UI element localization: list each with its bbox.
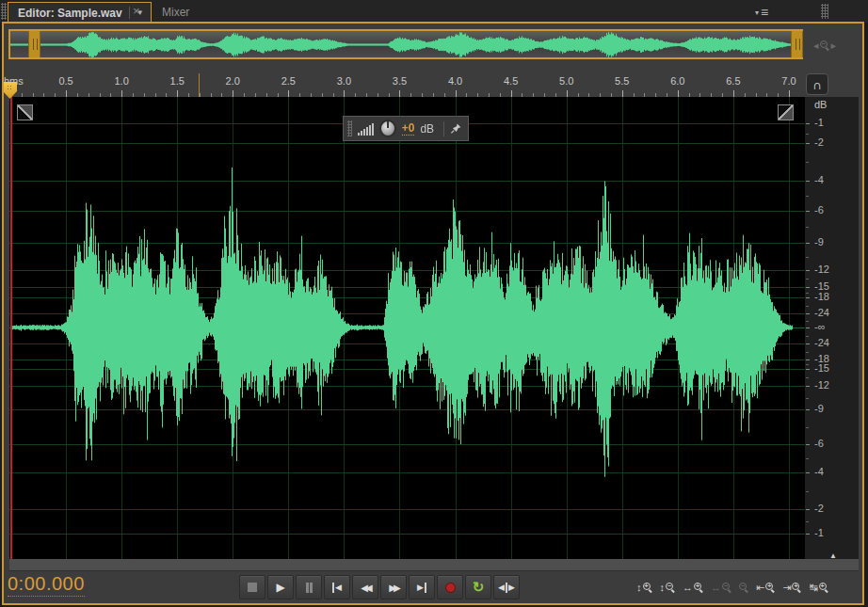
zoom-arrow-icon: ↕: [660, 582, 666, 593]
ruler-tick-minor: [778, 93, 779, 97]
ruler-tick-minor: [699, 93, 700, 97]
overview-waveform: [10, 31, 801, 57]
ruler-tick-minor: [544, 93, 545, 97]
zoom-out-vertical-button[interactable]: ↕−: [660, 577, 677, 598]
gain-knob[interactable]: [379, 120, 396, 137]
zoom-out-horizontal-button[interactable]: ↔−: [711, 577, 732, 598]
overview-right-handle[interactable]: [791, 31, 803, 57]
horizontal-scroll-strip[interactable]: [9, 559, 859, 571]
ruler-tick-minor: [444, 93, 445, 97]
move-cti-next-button[interactable]: ▶: [409, 575, 435, 599]
pin-icon[interactable]: [450, 122, 462, 135]
ruler-tick-minor: [211, 93, 212, 97]
move-cti-previous-button[interactable]: ◀: [324, 575, 350, 599]
overview-zoom-out-icon[interactable]: ◂ − ▸: [813, 35, 836, 56]
ruler-tick-major: [789, 90, 790, 97]
record-button[interactable]: [437, 575, 463, 599]
zoom-in-vertical-button[interactable]: ↕+: [636, 577, 653, 598]
ruler-tick-label: 5.0: [550, 75, 584, 87]
fast-forward-button[interactable]: ▶▶: [380, 575, 407, 599]
db-scale-tick-minor: [806, 134, 809, 135]
ruler-tick-minor: [745, 93, 746, 97]
gain-unit-label: dB: [420, 122, 434, 136]
loop-icon: ↻: [473, 579, 485, 596]
panel-grip[interactable]: [821, 4, 828, 19]
db-scale-label: -1: [814, 117, 824, 128]
db-scale-label: -24: [814, 307, 829, 318]
time-display[interactable]: 0:00.000: [8, 573, 85, 597]
ruler-tick-minor: [155, 93, 156, 97]
gain-value[interactable]: +0: [402, 121, 415, 136]
ruler-tick-major: [344, 90, 345, 97]
play-button[interactable]: ▶: [267, 575, 294, 599]
close-icon[interactable]: ×: [133, 4, 140, 18]
ruler-tick-minor: [322, 93, 323, 97]
ruler-tick-major: [733, 90, 734, 97]
volume-hud[interactable]: +0 dB: [343, 116, 469, 141]
stop-button[interactable]: [239, 575, 265, 599]
next-icon: ▶: [417, 583, 424, 592]
db-scale-label: -4: [814, 174, 824, 185]
panel-drag-grip[interactable]: [1, 3, 7, 20]
rewind-button[interactable]: ◀◀: [352, 575, 378, 599]
tab-bar: Editor: Sample.wav ▼ × Mixer ▾ ≡: [0, 0, 868, 23]
panel-menu-button[interactable]: ▾ ≡: [755, 5, 767, 20]
db-scale-label: -9: [814, 403, 824, 414]
magnifier-icon: +: [694, 583, 704, 593]
db-scale-tick: [806, 369, 810, 370]
zoom-arrow-icon: ↕: [636, 582, 642, 593]
zoom-arrow-icon: ↔: [683, 582, 693, 593]
tab-mixer[interactable]: Mixer: [147, 2, 204, 23]
db-scale-tick: [806, 359, 810, 360]
ruler-tick-label: 3.5: [382, 75, 416, 87]
db-scale-tick-minor: [806, 364, 809, 365]
tab-editor[interactable]: Editor: Sample.wav ▼: [8, 2, 152, 23]
overview-range-bar[interactable]: [8, 29, 803, 59]
ruler-tick-minor: [766, 93, 767, 97]
ruler-tick-minor: [311, 93, 312, 97]
snap-toggle-button[interactable]: ∩: [806, 73, 828, 95]
loop-playback-button[interactable]: ↻: [465, 575, 491, 599]
db-scale-tick-minor: [806, 279, 809, 280]
zoom-out-point-button[interactable]: ⇥+: [782, 577, 802, 598]
ruler-tick-minor: [410, 93, 411, 97]
db-scale-tick-minor: [806, 162, 809, 163]
fade-in-handle[interactable]: [17, 104, 33, 120]
pause-icon: [310, 583, 313, 593]
fade-out-handle[interactable]: [778, 104, 794, 120]
ruler-tick-minor: [600, 93, 601, 97]
db-scale-tick-minor: [806, 306, 809, 307]
skip-selection-button[interactable]: ◀▶: [493, 575, 520, 599]
pause-button[interactable]: [296, 575, 322, 599]
db-scale-label: -2: [814, 503, 824, 514]
db-scale-label: -4: [814, 466, 824, 477]
zoom-in-point-button[interactable]: ⇤+: [756, 577, 776, 598]
zoom-selection-button[interactable]: ↹+: [809, 577, 828, 598]
ruler-tick-minor: [433, 93, 434, 97]
tab-mixer-label: Mixer: [162, 6, 189, 19]
db-scale[interactable]: dB ▲ -1-2-4-6-9-12-15-18-24-∞-24-18-15-1…: [805, 97, 859, 559]
hud-drag-grip[interactable]: [347, 120, 352, 136]
db-scale-tick: [806, 327, 810, 328]
db-scale-tick: [806, 343, 810, 344]
ruler-tick-minor: [188, 93, 189, 97]
ruler-tick-major: [456, 90, 457, 97]
db-scale-tick-minor: [806, 321, 809, 322]
magnifier-icon: −: [739, 583, 749, 593]
db-scale-label: -12: [814, 264, 829, 275]
zoom-in-horizontal-button[interactable]: ↔+: [683, 577, 704, 598]
previous-icon: ◀: [335, 583, 342, 592]
ruler-tick-label: 7.0: [772, 75, 806, 87]
waveform-display[interactable]: [9, 97, 805, 559]
ruler-tick-minor: [578, 93, 579, 97]
ruler-tick-minor: [221, 93, 222, 97]
transport-controls: ▶◀◀◀▶▶▶↻◀▶: [239, 575, 520, 599]
overview-left-handle[interactable]: [28, 31, 40, 57]
caret-down-icon: ▾: [755, 8, 759, 17]
ruler-tick-minor: [644, 93, 645, 97]
ruler-tick-minor: [88, 93, 89, 97]
ruler-tick-minor: [756, 93, 757, 97]
ruler-tick-minor: [200, 93, 201, 97]
zoom-reset-button[interactable]: −: [739, 577, 749, 598]
tab-editor-label: Editor: Sample.wav: [18, 7, 122, 20]
